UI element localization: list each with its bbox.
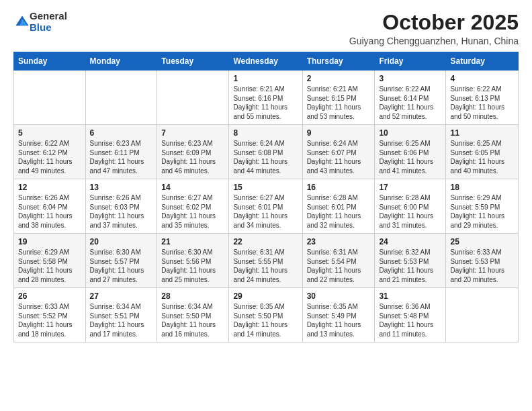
calendar-cell: 28Sunrise: 6:34 AMSunset: 5:50 PMDayligh… xyxy=(157,288,229,342)
day-number: 21 xyxy=(161,237,224,246)
day-info: Sunrise: 6:21 AMSunset: 6:16 PMDaylight:… xyxy=(233,85,298,121)
calendar-week-row: 5Sunrise: 6:22 AMSunset: 6:12 PMDaylight… xyxy=(14,125,519,179)
calendar-cell: 12Sunrise: 6:26 AMSunset: 6:04 PMDayligh… xyxy=(14,179,86,234)
calendar-cell: 30Sunrise: 6:35 AMSunset: 5:49 PMDayligh… xyxy=(302,288,375,342)
day-number: 25 xyxy=(450,237,514,246)
day-info: Sunrise: 6:25 AMSunset: 6:06 PMDaylight:… xyxy=(379,139,441,175)
day-info: Sunrise: 6:33 AMSunset: 5:52 PMDaylight:… xyxy=(18,302,81,338)
day-header-tuesday: Tuesday xyxy=(157,52,229,71)
day-info: Sunrise: 6:34 AMSunset: 5:50 PMDaylight:… xyxy=(161,302,224,338)
calendar-cell: 4Sunrise: 6:22 AMSunset: 6:13 PMDaylight… xyxy=(446,71,519,125)
day-info: Sunrise: 6:29 AMSunset: 5:58 PMDaylight:… xyxy=(18,248,81,284)
calendar-cell: 1Sunrise: 6:21 AMSunset: 6:16 PMDaylight… xyxy=(229,71,302,125)
day-number: 28 xyxy=(161,291,224,301)
logo-text-blue: Blue xyxy=(30,22,67,34)
calendar-cell: 3Sunrise: 6:22 AMSunset: 6:14 PMDaylight… xyxy=(375,71,446,125)
calendar-cell: 8Sunrise: 6:24 AMSunset: 6:08 PMDaylight… xyxy=(229,125,302,179)
day-number: 26 xyxy=(18,291,81,301)
calendar-cell: 15Sunrise: 6:27 AMSunset: 6:01 PMDayligh… xyxy=(229,179,302,234)
day-number: 20 xyxy=(90,237,153,246)
calendar-cell: 20Sunrise: 6:30 AMSunset: 5:57 PMDayligh… xyxy=(85,234,157,288)
day-info: Sunrise: 6:23 AMSunset: 6:11 PMDaylight:… xyxy=(90,139,153,175)
header: General Blue October 2025 Guiyang Chengg… xyxy=(13,11,519,46)
day-number: 31 xyxy=(379,291,441,301)
day-header-saturday: Saturday xyxy=(446,52,519,71)
day-number: 14 xyxy=(161,183,224,192)
day-info: Sunrise: 6:27 AMSunset: 6:01 PMDaylight:… xyxy=(233,193,298,230)
day-number: 8 xyxy=(233,128,298,138)
calendar-cell: 9Sunrise: 6:24 AMSunset: 6:07 PMDaylight… xyxy=(302,125,375,179)
logo-text-general: General xyxy=(30,11,67,22)
calendar-cell: 14Sunrise: 6:27 AMSunset: 6:02 PMDayligh… xyxy=(157,179,229,234)
day-number: 23 xyxy=(307,237,371,246)
day-info: Sunrise: 6:30 AMSunset: 5:57 PMDaylight:… xyxy=(90,248,153,284)
calendar-week-row: 1Sunrise: 6:21 AMSunset: 6:16 PMDaylight… xyxy=(14,71,519,125)
calendar-cell: 16Sunrise: 6:28 AMSunset: 6:01 PMDayligh… xyxy=(302,179,375,234)
day-number: 6 xyxy=(90,128,153,138)
calendar-cell: 2Sunrise: 6:21 AMSunset: 6:15 PMDaylight… xyxy=(302,71,375,125)
day-info: Sunrise: 6:28 AMSunset: 6:00 PMDaylight:… xyxy=(379,193,441,230)
month-title: October 2025 xyxy=(349,11,519,34)
day-header-thursday: Thursday xyxy=(302,52,375,71)
day-info: Sunrise: 6:22 AMSunset: 6:12 PMDaylight:… xyxy=(18,139,81,175)
title-area: October 2025 Guiyang Chengguanzhen, Huna… xyxy=(349,11,519,46)
day-info: Sunrise: 6:31 AMSunset: 5:55 PMDaylight:… xyxy=(233,248,298,284)
calendar-cell: 23Sunrise: 6:31 AMSunset: 5:54 PMDayligh… xyxy=(302,234,375,288)
day-number: 10 xyxy=(379,128,441,138)
day-info: Sunrise: 6:27 AMSunset: 6:02 PMDaylight:… xyxy=(161,193,224,230)
day-info: Sunrise: 6:22 AMSunset: 6:14 PMDaylight:… xyxy=(379,85,441,121)
calendar-cell: 7Sunrise: 6:23 AMSunset: 6:09 PMDaylight… xyxy=(157,125,229,179)
day-number: 22 xyxy=(233,237,298,246)
calendar-cell xyxy=(157,71,229,125)
day-info: Sunrise: 6:23 AMSunset: 6:09 PMDaylight:… xyxy=(161,139,224,175)
day-number: 7 xyxy=(161,128,224,138)
day-number: 24 xyxy=(379,237,441,246)
day-info: Sunrise: 6:24 AMSunset: 6:07 PMDaylight:… xyxy=(307,139,371,175)
day-number: 3 xyxy=(379,74,441,83)
day-info: Sunrise: 6:25 AMSunset: 6:05 PMDaylight:… xyxy=(450,139,514,175)
day-number: 19 xyxy=(18,237,81,246)
day-info: Sunrise: 6:33 AMSunset: 5:53 PMDaylight:… xyxy=(450,248,514,284)
day-number: 4 xyxy=(450,74,514,83)
day-header-sunday: Sunday xyxy=(14,52,86,71)
calendar-cell: 27Sunrise: 6:34 AMSunset: 5:51 PMDayligh… xyxy=(85,288,157,342)
calendar-cell: 17Sunrise: 6:28 AMSunset: 6:00 PMDayligh… xyxy=(375,179,446,234)
day-info: Sunrise: 6:31 AMSunset: 5:54 PMDaylight:… xyxy=(307,248,371,284)
day-info: Sunrise: 6:26 AMSunset: 6:04 PMDaylight:… xyxy=(18,193,81,230)
calendar-cell: 13Sunrise: 6:26 AMSunset: 6:03 PMDayligh… xyxy=(85,179,157,234)
day-info: Sunrise: 6:32 AMSunset: 5:53 PMDaylight:… xyxy=(379,248,441,284)
day-info: Sunrise: 6:30 AMSunset: 5:56 PMDaylight:… xyxy=(161,248,224,284)
day-info: Sunrise: 6:24 AMSunset: 6:08 PMDaylight:… xyxy=(233,139,298,175)
calendar-cell: 24Sunrise: 6:32 AMSunset: 5:53 PMDayligh… xyxy=(375,234,446,288)
logo: General Blue xyxy=(13,11,67,33)
calendar-cell: 5Sunrise: 6:22 AMSunset: 6:12 PMDaylight… xyxy=(14,125,86,179)
day-info: Sunrise: 6:28 AMSunset: 6:01 PMDaylight:… xyxy=(307,193,371,230)
day-number: 1 xyxy=(233,74,298,83)
day-number: 12 xyxy=(18,183,81,192)
calendar-cell: 29Sunrise: 6:35 AMSunset: 5:50 PMDayligh… xyxy=(229,288,302,342)
day-info: Sunrise: 6:21 AMSunset: 6:15 PMDaylight:… xyxy=(307,85,371,121)
day-number: 11 xyxy=(450,128,514,138)
calendar-cell: 26Sunrise: 6:33 AMSunset: 5:52 PMDayligh… xyxy=(14,288,86,342)
calendar-week-row: 26Sunrise: 6:33 AMSunset: 5:52 PMDayligh… xyxy=(14,288,519,342)
day-number: 18 xyxy=(450,183,514,192)
day-info: Sunrise: 6:26 AMSunset: 6:03 PMDaylight:… xyxy=(90,193,153,230)
day-header-wednesday: Wednesday xyxy=(229,52,302,71)
day-number: 13 xyxy=(90,183,153,192)
calendar-cell: 19Sunrise: 6:29 AMSunset: 5:58 PMDayligh… xyxy=(14,234,86,288)
day-number: 15 xyxy=(233,183,298,192)
calendar-header-row: SundayMondayTuesdayWednesdayThursdayFrid… xyxy=(14,52,519,71)
calendar-cell: 11Sunrise: 6:25 AMSunset: 6:05 PMDayligh… xyxy=(446,125,519,179)
day-info: Sunrise: 6:36 AMSunset: 5:48 PMDaylight:… xyxy=(379,302,441,338)
day-header-monday: Monday xyxy=(85,52,157,71)
day-number: 16 xyxy=(307,183,371,192)
day-info: Sunrise: 6:35 AMSunset: 5:50 PMDaylight:… xyxy=(233,302,298,338)
calendar-cell: 21Sunrise: 6:30 AMSunset: 5:56 PMDayligh… xyxy=(157,234,229,288)
calendar-cell: 18Sunrise: 6:29 AMSunset: 5:59 PMDayligh… xyxy=(446,179,519,234)
day-number: 2 xyxy=(307,74,371,83)
day-number: 5 xyxy=(18,128,81,138)
day-number: 30 xyxy=(307,291,371,301)
day-info: Sunrise: 6:22 AMSunset: 6:13 PMDaylight:… xyxy=(450,85,514,121)
day-number: 29 xyxy=(233,291,298,301)
logo-icon xyxy=(15,15,30,30)
